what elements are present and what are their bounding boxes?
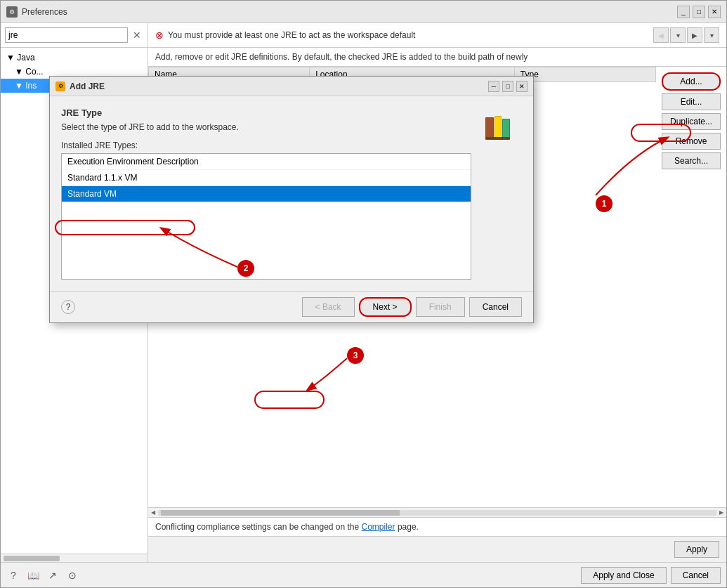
compliance-suffix: page. (398, 522, 419, 532)
sidebar-item-java[interactable]: ▼ Java (1, 51, 148, 65)
nav-arrows: ◀ ▾ ▶ ▾ (653, 27, 719, 43)
nav-back-dropdown-button[interactable]: ▾ (670, 27, 686, 43)
h-scroll-left[interactable]: ◀ (148, 508, 158, 518)
bottom-bar: ? 📖 ↗ ⊙ Apply and Close Cancel (1, 562, 726, 587)
export-icon[interactable]: ↗ (46, 568, 60, 582)
svg-rect-1 (486, 118, 493, 138)
edit-button[interactable]: Edit... (662, 93, 721, 110)
modal-close-button[interactable]: ✕ (516, 81, 528, 92)
tree-arrow: ▼ (6, 53, 15, 63)
remove-button[interactable]: Remove (662, 133, 721, 150)
modal-cancel-button[interactable]: Cancel (469, 297, 522, 317)
search-clear-button[interactable]: ✕ (131, 29, 143, 41)
help-icon[interactable]: ? (6, 568, 20, 582)
modal-body: JRE Type Select the type of JRE to add t… (50, 96, 533, 291)
compliance-prefix: Conflicting compliance settings can be c… (155, 522, 359, 532)
nav-back-button[interactable]: ◀ (653, 27, 669, 43)
duplicate-button[interactable]: Duplicate... (662, 113, 721, 130)
add-jre-modal: ⚙ Add JRE ─ □ ✕ JRE Type Select the type… (49, 76, 534, 323)
modal-right (480, 107, 522, 280)
apply-button[interactable]: Apply (674, 541, 719, 558)
svg-rect-6 (485, 137, 510, 140)
maximize-button[interactable]: □ (693, 6, 705, 18)
bottom-buttons: Apply and Close Cancel (581, 567, 721, 584)
modal-title-controls: ─ □ ✕ (488, 81, 528, 92)
title-bar-left: ⚙ Preferences (6, 6, 67, 18)
jre-list-item[interactable]: Execution Environment Description (62, 154, 471, 170)
book-icon[interactable]: 📖 (26, 568, 40, 582)
modal-back-button[interactable]: < Back (302, 297, 355, 317)
modal-footer-buttons: < Back Next > Finish Cancel (302, 297, 522, 317)
modal-footer: ? < Back Next > Finish Cancel (50, 291, 533, 322)
search-button[interactable]: Search... (662, 152, 721, 169)
compliance-bar: Conflicting compliance settings can be c… (148, 517, 726, 536)
error-bar: ⊗ You must provide at least one JRE to a… (148, 23, 726, 48)
error-icon: ⊗ (155, 30, 164, 41)
jre-list-item-standard-vm[interactable]: Standard VM (62, 186, 471, 202)
sidebar-scrollbar[interactable] (1, 554, 148, 562)
jre-buttons: Add... Edit... Duplicate... Remove Searc… (656, 67, 726, 507)
bottom-icons: ? 📖 ↗ ⊙ (6, 568, 79, 582)
sidebar-scroll-thumb (4, 556, 60, 561)
installed-label: Installed JRE Types: (61, 141, 471, 150)
search-input[interactable] (5, 27, 128, 43)
modal-minimize-button[interactable]: ─ (488, 81, 499, 92)
minimize-button[interactable]: _ (677, 6, 690, 18)
h-scroll-track[interactable] (158, 510, 716, 516)
modal-help-button[interactable]: ? (61, 300, 75, 314)
modal-title: Add JRE (70, 81, 105, 91)
apply-and-close-button[interactable]: Apply and Close (581, 567, 666, 584)
title-bar-controls: _ □ ✕ (677, 6, 721, 18)
books-icon (480, 110, 515, 145)
h-scroll-thumb (161, 510, 400, 516)
modal-next-button[interactable]: Next > (359, 297, 412, 317)
close-button[interactable]: ✕ (708, 6, 721, 18)
modal-left: JRE Type Select the type of JRE to add t… (61, 107, 471, 280)
settings-icon[interactable]: ⊙ (65, 568, 79, 582)
h-scroll-right[interactable]: ▶ (716, 508, 726, 518)
description-text: Add, remove or edit JRE definitions. By … (155, 52, 528, 62)
jre-list-item[interactable]: Standard 1.1.x VM (62, 170, 471, 186)
compiler-link[interactable]: Compiler (362, 522, 395, 532)
nav-fwd-button[interactable]: ▶ (687, 27, 702, 43)
error-message: You must provide at least one JRE to act… (168, 30, 649, 40)
jre-type-list[interactable]: Execution Environment Description Standa… (61, 153, 471, 280)
svg-rect-3 (495, 117, 501, 138)
app-icon: ⚙ (6, 6, 18, 18)
search-bar: ✕ (1, 23, 148, 48)
apply-bar: Apply (148, 536, 726, 562)
svg-rect-5 (503, 119, 509, 138)
modal-maximize-button[interactable]: □ (502, 81, 513, 92)
modal-title-bar: ⚙ Add JRE ─ □ ✕ (50, 77, 533, 96)
modal-icon: ⚙ (55, 81, 65, 91)
modal-title-left: ⚙ Add JRE (55, 81, 105, 91)
window-title: Preferences (22, 7, 67, 17)
cancel-button[interactable]: Cancel (671, 567, 721, 584)
description-bar: Add, remove or edit JRE definitions. By … (148, 48, 726, 67)
jre-type-desc: Select the type of JRE to add to the wor… (61, 122, 471, 132)
add-button[interactable]: Add... (662, 72, 721, 91)
jre-type-title: JRE Type (61, 107, 471, 118)
h-scroll-area[interactable]: ◀ ▶ (148, 507, 726, 517)
title-bar: ⚙ Preferences _ □ ✕ (1, 1, 726, 23)
modal-finish-button[interactable]: Finish (416, 297, 465, 317)
col-type: Type (514, 67, 655, 82)
nav-fwd-dropdown-button[interactable]: ▾ (704, 27, 719, 43)
